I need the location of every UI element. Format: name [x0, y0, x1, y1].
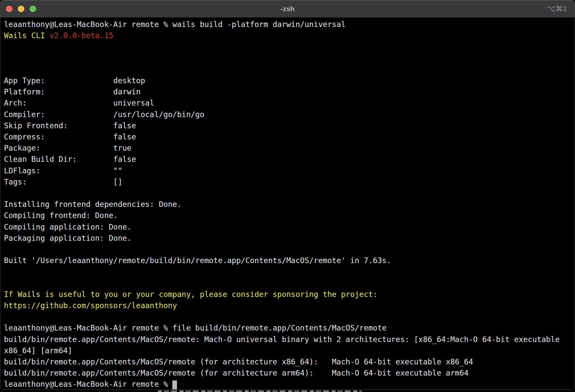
terminal-line — [4, 187, 575, 199]
terminal-line — [4, 41, 575, 52]
terminal-line: Compiler: /usr/local/go/bin/go — [4, 109, 575, 120]
terminal-line: Compress: false — [4, 131, 575, 142]
terminal-line: https://github.com/sponsors/leaanthony — [4, 300, 575, 311]
text-segment: If Wails is useful to you or your compan… — [4, 290, 377, 299]
text-segment: LDFlags: "" — [4, 166, 122, 175]
terminal-line: Built '/Users/leaanthony/remote/build/bi… — [4, 255, 575, 266]
text-segment: Clean Build Dir: false — [4, 155, 136, 163]
terminal-line: Arch: universal — [4, 97, 575, 109]
text-segment: Wails CLI — [4, 31, 49, 40]
terminal-line: Installing frontend dependencies: Done. — [4, 199, 575, 210]
terminal-line: leaanthony@Leas-MacBook-Air remote % fil… — [4, 322, 575, 333]
text-segment: https://github.com/sponsors/leaanthony — [4, 301, 177, 310]
text-segment: build/bin/remote.app/Contents/MacOS/remo… — [4, 369, 468, 377]
text-segment: leaanthony@Leas-MacBook-Air remote % wai… — [4, 20, 346, 29]
traffic-lights — [6, 0, 36, 17]
text-segment: App Type: desktop — [4, 76, 145, 85]
text-segment: Compress: false — [4, 133, 136, 141]
terminal-line: Package: true — [4, 142, 575, 154]
terminal-line — [4, 266, 575, 277]
text-segment: Compiler: /usr/local/go/bin/go — [4, 110, 204, 119]
text-segment: leaanthony@Leas-MacBook-Air remote % — [4, 380, 172, 388]
terminal-line — [4, 278, 575, 289]
titlebar[interactable]: -zsh ⌥⌘1 — [0, 0, 575, 17]
text-segment: Compiling frontend: Done. — [4, 211, 118, 220]
terminal-line: leaanthony@Leas-MacBook-Air remote % wai… — [4, 19, 575, 30]
terminal-line: Packaging application: Done. — [4, 233, 575, 244]
terminal-line: Platform: darwin — [4, 86, 575, 97]
terminal-screen[interactable]: leaanthony@Leas-MacBook-Air remote % wai… — [0, 17, 575, 390]
terminal-line: build/bin/remote.app/Contents/MacOS/remo… — [4, 356, 575, 367]
text-segment: leaanthony@Leas-MacBook-Air remote % fil… — [4, 324, 387, 332]
terminal-line — [4, 311, 575, 322]
text-segment: Packaging application: Done. — [4, 234, 132, 242]
terminal-line — [4, 53, 575, 64]
terminal-line: Skip Frontend: false — [4, 120, 575, 131]
zoom-button[interactable] — [30, 6, 36, 12]
terminal-line: build/bin/remote.app/Contents/MacOS/remo… — [4, 367, 575, 379]
terminal-line: build/bin/remote.app/Contents/MacOS/remo… — [4, 334, 575, 345]
terminal-line: Compiling frontend: Done. — [4, 210, 575, 221]
text-segment: Installing frontend dependencies: Done. — [4, 200, 182, 208]
terminal-line — [4, 64, 575, 75]
terminal-line: LDFlags: "" — [4, 165, 575, 176]
text-segment: Skip Frontend: false — [4, 121, 136, 130]
terminal-line: Wails CLI v2.0.0-beta.15 — [4, 30, 575, 41]
terminal-window: -zsh ⌥⌘1 leaanthony@Leas-MacBook-Air rem… — [0, 0, 575, 390]
close-button[interactable] — [6, 6, 12, 12]
text-segment: Built '/Users/leaanthony/remote/build/bi… — [4, 256, 391, 265]
terminal-line: Compiling application: Done. — [4, 221, 575, 233]
terminal-line — [4, 244, 575, 255]
minimize-button[interactable] — [18, 6, 24, 12]
text-segment: build/bin/remote.app/Contents/MacOS/remo… — [4, 335, 560, 344]
terminal-line: Clean Build Dir: false — [4, 154, 575, 165]
text-segment: Compiling application: Done. — [4, 223, 132, 231]
terminal-line: App Type: desktop — [4, 75, 575, 86]
text-segment: Package: true — [4, 144, 132, 152]
terminal-line: If Wails is useful to you or your compan… — [4, 289, 575, 300]
text-segment: v2.0.0-beta.15 — [49, 31, 113, 40]
terminal-cursor — [172, 380, 177, 390]
text-segment: x86_64] [arm64] — [4, 346, 72, 355]
text-segment: build/bin/remote.app/Contents/MacOS/remo… — [4, 357, 473, 366]
terminal-line: leaanthony@Leas-MacBook-Air remote % — [4, 379, 575, 390]
terminal-line: Tags: [] — [4, 176, 575, 187]
text-segment: Arch: universal — [4, 99, 154, 107]
window-title: -zsh — [0, 5, 575, 13]
tab-shortcut-label: ⌥⌘1 — [547, 0, 567, 17]
terminal-line: x86_64] [arm64] — [4, 345, 575, 356]
text-segment: Tags: [] — [4, 178, 122, 186]
background-window-sliver — [158, 390, 362, 392]
text-segment: Platform: darwin — [4, 87, 140, 96]
